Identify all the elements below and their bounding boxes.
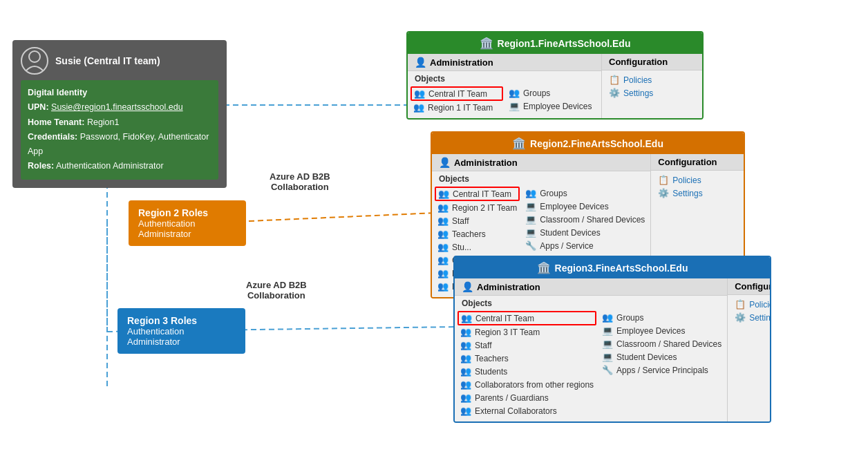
policy-icon: 📋 (735, 299, 746, 310)
group-icon: 👥 (437, 202, 449, 213)
roles-region2-title: Region 2 Roles (138, 207, 236, 218)
svg-point-10 (29, 51, 40, 62)
region3-sections: 👤 Administration Objects 👥 Central IT Te… (455, 278, 770, 421)
region1-admin-header: 👤 Administration (408, 54, 601, 71)
region2-config-header: Configuration (651, 154, 744, 171)
group-icon: 👥 (413, 102, 424, 113)
azure-b2b-label-1: Azure AD B2BCollaboration (270, 171, 330, 192)
region3-staff: 👥 Staff (457, 339, 596, 352)
upn-row: UPN: Susie@region1.fineartsschool.edu (28, 100, 211, 115)
region3-collaborators: 👥 Collaborators from other regions (457, 378, 596, 391)
region3-it-team: 👥 Region 3 IT Team (457, 325, 596, 339)
azure-b2b-label-2: Azure AD B2BCollaboration (246, 280, 307, 301)
policy-icon: 📋 (609, 75, 620, 85)
settings-icon: ⚙️ (658, 188, 669, 198)
region2-staff: 👥 Staff (435, 214, 520, 227)
region3-admin: 👤 Administration Objects 👥 Central IT Te… (455, 278, 728, 421)
region1-policies: 📋 Policies (607, 73, 697, 86)
region1-title: Region1.FineArtsSchool.Edu (498, 38, 631, 49)
region1-admin: 👤 Administration Objects 👥 Central IT Te… (408, 54, 602, 118)
region3-panel: 🏛️ Region3.FineArtsSchool.Edu 👤 Administ… (453, 256, 771, 423)
region2-apps: 🔧 Apps / Service (522, 239, 648, 252)
admin-icon: 👤 (415, 57, 426, 68)
region1-sections: 👤 Administration Objects 👥 Central IT Te… (408, 54, 702, 118)
main-container: Susie (Central IT team) Digital Identity… (0, 0, 868, 465)
susie-name: Susie (Central IT team) (55, 55, 160, 66)
region2-config-items: 📋 Policies ⚙️ Settings (651, 171, 744, 202)
region2-policies: 📋 Policies (657, 173, 738, 187)
admin-icon: 👤 (462, 281, 473, 292)
region2-it-team: 👥 Region 2 IT Team (435, 201, 520, 214)
roles-region3-subtitle: Authentication Administrator (127, 326, 236, 347)
roles-region2-subtitle: Authentication Administrator (138, 218, 236, 239)
region3-central-it: 👥 Central IT Team (457, 311, 596, 325)
susie-header: Susie (Central IT team) (21, 47, 218, 75)
region2-employee-devices: 💻 Employee Devices (522, 200, 648, 213)
settings-icon: ⚙️ (735, 312, 746, 323)
region3-external: 👥 External Collaborators (457, 404, 596, 417)
region3-parents: 👥 Parents / Guardians (457, 391, 596, 404)
region1-icon: 🏛️ (480, 37, 493, 50)
region1-config-header: Configuration (602, 54, 702, 70)
region3-teachers: 👥 Teachers (457, 352, 596, 365)
region3-header: 🏛️ Region3.FineArtsSchool.Edu (455, 257, 770, 278)
region3-student-devices: 💻 Student Devices (599, 350, 724, 363)
region1-header: 🏛️ Region1.FineArtsSchool.Edu (408, 32, 702, 54)
region1-left-col: 👥 Central IT Team 👥 Region 1 IT Team (411, 86, 503, 114)
region2-teachers: 👥 Teachers (435, 227, 520, 240)
region3-classroom-devices: 💻 Classroom / Shared Devices (599, 337, 724, 350)
region3-config-header: Configuration (728, 278, 771, 295)
region2-header: 🏛️ Region2.FineArtsSchool.Edu (432, 133, 744, 154)
susie-body: Digital Identity UPN: Susie@region1.fine… (21, 80, 218, 180)
region1-config-items: 📋 Policies ⚙️ Settings (602, 70, 702, 102)
roles-region3-title: Region 3 Roles (127, 315, 236, 326)
region1-it-team: 👥 Region 1 IT Team (411, 101, 503, 114)
region2-icon: 🏛️ (512, 137, 526, 150)
region3-config: Configuration 📋 Policies ⚙️ Settings (728, 278, 771, 421)
roles-region3-box: Region 3 Roles Authentication Administra… (117, 308, 245, 354)
digital-identity-label: Digital Identity (28, 86, 211, 100)
region1-config: Configuration 📋 Policies ⚙️ Settings (602, 54, 702, 118)
region1-groups: 👥 Groups (506, 86, 598, 99)
region3-students: 👥 Students (457, 365, 596, 378)
group-icon: 👥 (509, 88, 520, 98)
region1-right-col: 👥 Groups 💻 Employee Devices (506, 86, 598, 114)
region3-policies: 📋 Policies (733, 298, 771, 311)
region1-central-it: 👥 Central IT Team (411, 86, 503, 101)
susie-panel: Susie (Central IT team) Digital Identity… (12, 40, 227, 188)
region3-title: Region3.FineArtsSchool.Edu (555, 263, 688, 274)
group-icon: 👥 (438, 189, 449, 199)
region1-employee-devices: 💻 Employee Devices (506, 99, 598, 113)
region2-settings: ⚙️ Settings (657, 187, 738, 200)
region3-apps: 🔧 Apps / Service Principals (599, 363, 724, 377)
roles-region2-box: Region 2 Roles Authentication Administra… (129, 200, 246, 246)
region2-students: 👥 Stu... (435, 240, 520, 254)
region3-admin-header: 👤 Administration (455, 278, 727, 296)
device-icon: 💻 (509, 101, 520, 111)
admin-icon: 👤 (439, 157, 451, 168)
region3-employee-devices: 💻 Employee Devices (599, 324, 724, 337)
region3-icon: 🏛️ (537, 261, 551, 274)
credentials-row: Credentials: Password, FidoKey, Authenti… (28, 130, 211, 160)
policy-icon: 📋 (658, 175, 669, 185)
region3-left-col: 👥 Central IT Team 👥 Region 3 IT Team 👥 S… (457, 311, 596, 417)
region1-panel: 🏛️ Region1.FineArtsSchool.Edu 👤 Administ… (406, 31, 704, 120)
roles-row: Roles: Authentication Administrator (28, 159, 211, 173)
group-icon: 👥 (461, 313, 472, 323)
group-icon: 👥 (414, 88, 425, 99)
region3-right-col: 👥 Groups 💻 Employee Devices 💻 Classroom … (599, 311, 724, 417)
region2-title: Region2.FineArtsSchool.Edu (530, 138, 663, 149)
region2-student-devices: 💻 Student Devices (522, 226, 648, 239)
region2-classroom-devices: 💻 Classroom / Shared Devices (522, 213, 648, 226)
home-tenant-row: Home Tenant: Region1 (28, 115, 211, 130)
region2-admin-header: 👤 Administration (432, 154, 650, 171)
settings-icon: ⚙️ (609, 88, 620, 98)
region2-objects-label: Objects (432, 171, 650, 185)
region1-objects-label: Objects (408, 71, 601, 85)
region2-central-it: 👥 Central IT Team (435, 187, 520, 201)
region3-admin-cols: 👥 Central IT Team 👥 Region 3 IT Team 👥 S… (455, 310, 727, 421)
region3-objects-label: Objects (455, 296, 727, 310)
region3-config-items: 📋 Policies ⚙️ Settings (728, 295, 771, 327)
region1-admin-cols: 👥 Central IT Team 👥 Region 1 IT Team 👥 G… (408, 85, 601, 118)
region3-groups: 👥 Groups (599, 311, 724, 324)
